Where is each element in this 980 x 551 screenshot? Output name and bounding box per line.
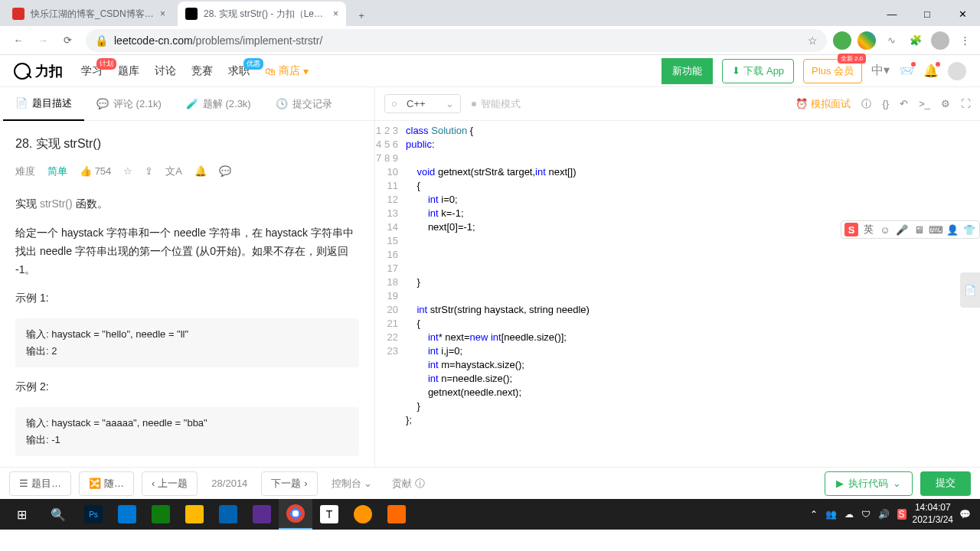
logo[interactable]: 力扣: [14, 62, 63, 80]
taskbar-app[interactable]: [178, 499, 211, 530]
tab-comments[interactable]: 💬 评论 (2.1k): [84, 87, 174, 121]
logo-icon: [14, 63, 31, 80]
problems-list-button[interactable]: ☰ 题目…: [9, 471, 71, 496]
console-toggle[interactable]: 控制台 ⌄: [325, 477, 379, 491]
mock-interview-button[interactable]: ⏰ 模拟面试: [795, 97, 851, 111]
profile-avatar[interactable]: [931, 31, 949, 50]
bookmark-icon[interactable]: ☆: [808, 34, 818, 47]
nav-discuss[interactable]: 讨论: [155, 64, 176, 78]
address-bar: ← → ⟳ 🔒 leetcode-cn.com/problems/impleme…: [0, 26, 980, 55]
language-switch[interactable]: 中▾: [871, 63, 890, 79]
smart-mode-toggle[interactable]: 智能模式: [472, 97, 521, 111]
tray-volume-icon[interactable]: 🔊: [878, 509, 890, 520]
taskbar-app[interactable]: [110, 499, 144, 530]
back-button[interactable]: ←: [6, 28, 31, 53]
contribute-link[interactable]: 贡献 ⓘ: [386, 477, 431, 491]
ime-lang-icon[interactable]: 英: [861, 223, 875, 236]
taskbar-app[interactable]: T: [312, 499, 346, 530]
prev-button[interactable]: ‹ 上一题: [142, 471, 198, 496]
side-panel-toggle[interactable]: 📄: [960, 272, 980, 308]
ime-emoji-icon[interactable]: ☺: [878, 223, 892, 236]
nav-study[interactable]: 学习计划: [81, 64, 103, 78]
code-content[interactable]: class Solution { public: void getnext(st…: [406, 121, 980, 467]
browser-tab-active[interactable]: 28. 实现 strStr() - 力扣（LeetCo… ×: [178, 2, 346, 26]
tab-submissions[interactable]: 🕓 提交记录: [263, 87, 345, 121]
ime-sogou-icon[interactable]: S: [844, 223, 858, 236]
close-button[interactable]: ✕: [945, 2, 980, 26]
close-icon[interactable]: ×: [333, 8, 338, 19]
inbox-icon[interactable]: 📨: [899, 64, 914, 78]
notifications-button[interactable]: 💬: [959, 509, 971, 520]
info-icon[interactable]: ⓘ: [861, 97, 871, 111]
undo-icon[interactable]: ↶: [900, 98, 908, 109]
tray-cloud-icon[interactable]: ☁: [844, 509, 854, 520]
taskbar-app[interactable]: [380, 499, 413, 530]
close-icon[interactable]: ×: [160, 8, 165, 19]
ime-person-icon[interactable]: 👤: [946, 223, 959, 236]
plus-member-button[interactable]: Plus 会员全新 2.0: [803, 59, 862, 83]
browser-tab[interactable]: 快乐江湖的博客_CSDN博客-Lin… ×: [5, 2, 173, 26]
run-code-button[interactable]: ▶ 执行代码 ⌄: [825, 471, 913, 496]
taskbar-app[interactable]: [346, 499, 380, 530]
system-tray[interactable]: ⌃ 👥 ☁ 🛡 🔊 S: [810, 509, 906, 520]
reload-button[interactable]: ⟳: [55, 28, 80, 53]
nav-contest[interactable]: 竞赛: [191, 64, 213, 78]
brackets-icon[interactable]: {}: [882, 98, 889, 109]
taskbar-chrome[interactable]: [279, 499, 312, 530]
site-header: 力扣 学习计划 题库 讨论 竞赛 求职优惠 🛍 商店 ▾ 新功能 ⬇ 下载 Ap…: [0, 55, 980, 87]
tray-ime-icon[interactable]: S: [897, 509, 906, 520]
next-button[interactable]: 下一题 ›: [261, 471, 317, 496]
tab-title: 28. 实现 strStr() - 力扣（LeetCo…: [204, 8, 327, 21]
extensions-menu-icon[interactable]: 🧩: [906, 31, 925, 50]
maximize-button[interactable]: □: [910, 2, 945, 26]
random-button[interactable]: 🔀 随…: [79, 471, 134, 496]
language-select[interactable]: C++: [384, 94, 461, 113]
submit-button[interactable]: 提交: [920, 471, 971, 496]
problem-content: 28. 实现 strStr() 难度 简单 👍 754 ☆ ⇪ 文A 🔔 💬 实…: [0, 121, 374, 467]
user-avatar[interactable]: [948, 62, 966, 80]
minimize-button[interactable]: —: [874, 2, 910, 26]
fullscreen-icon[interactable]: ⛶: [961, 98, 971, 109]
start-button[interactable]: ⊞: [3, 499, 40, 530]
ime-voice-icon[interactable]: 🎤: [895, 223, 909, 236]
like-button[interactable]: 👍 754: [80, 163, 111, 180]
tray-defender-icon[interactable]: 🛡: [861, 509, 871, 520]
ime-keyboard-icon[interactable]: ⌨: [929, 223, 942, 236]
tab-solutions[interactable]: 🧪 题解 (2.3k): [174, 87, 263, 121]
translate-icon[interactable]: 文A: [165, 163, 182, 180]
nav-problems[interactable]: 题库: [118, 64, 139, 78]
taskbar-clock[interactable]: 14:04:07 2021/3/24: [913, 502, 953, 526]
nav-shop[interactable]: 🛍 商店 ▾: [265, 64, 309, 78]
extension-icon[interactable]: ∿: [882, 31, 900, 50]
ime-skin-icon[interactable]: 👕: [962, 223, 976, 236]
taskbar-app[interactable]: [245, 499, 279, 530]
taskbar-app[interactable]: [144, 499, 178, 530]
subscribe-icon[interactable]: 🔔: [194, 163, 207, 180]
nav-jobs[interactable]: 求职优惠: [228, 64, 250, 78]
feedback-icon[interactable]: 💬: [219, 163, 231, 180]
problem-panel: 📄 题目描述 💬 评论 (2.1k) 🧪 题解 (2.3k) 🕓 提交记录 28…: [0, 87, 375, 467]
menu-icon[interactable]: ⋮: [956, 31, 974, 50]
url-input[interactable]: 🔒 leetcode-cn.com/problems/implement-str…: [86, 29, 827, 52]
extension-icon[interactable]: [858, 31, 876, 50]
favorite-icon[interactable]: ☆: [123, 163, 132, 180]
download-app-button[interactable]: ⬇ 下载 App: [722, 59, 794, 83]
share-icon[interactable]: ⇪: [145, 163, 153, 180]
extension-icon[interactable]: [833, 31, 851, 50]
notifications-icon[interactable]: 🔔: [923, 64, 939, 78]
tab-description[interactable]: 📄 题目描述: [3, 87, 84, 121]
forward-button[interactable]: →: [31, 28, 55, 53]
new-feature-button[interactable]: 新功能: [662, 58, 713, 84]
taskbar-app[interactable]: [211, 499, 245, 530]
code-editor[interactable]: 1 2 3 4 5 6 7 8 9 10 11 12 13 14 15 16 1…: [375, 121, 980, 467]
ime-toolbar[interactable]: S 英 ☺ 🎤 🖥 ⌨ 👤 👕: [841, 220, 980, 239]
tray-people-icon[interactable]: 👥: [825, 509, 837, 520]
terminal-icon[interactable]: >_: [919, 98, 930, 109]
settings-icon[interactable]: ⚙: [941, 98, 950, 109]
taskbar-app[interactable]: Ps: [77, 499, 110, 530]
search-button[interactable]: 🔍: [40, 499, 77, 530]
ime-screen-icon[interactable]: 🖥: [912, 223, 926, 236]
new-tab-button[interactable]: +: [351, 5, 372, 26]
tray-up-icon[interactable]: ⌃: [810, 509, 818, 520]
problem-counter: 28/2014: [205, 478, 253, 489]
